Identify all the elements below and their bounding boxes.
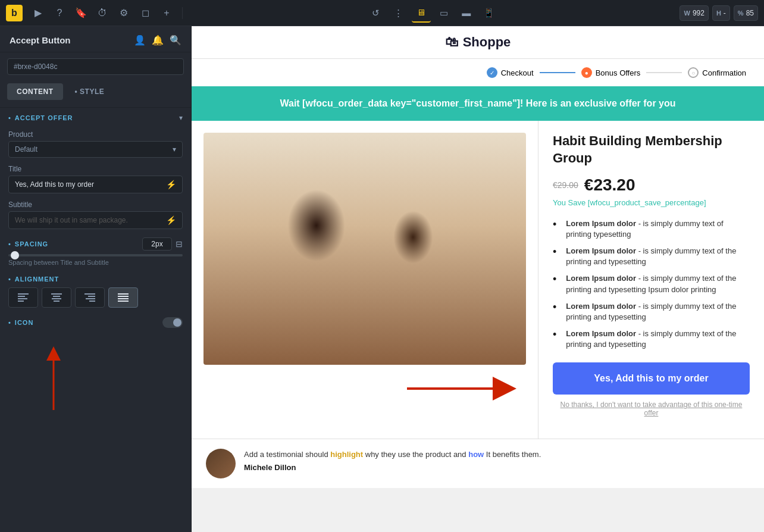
accept-offer-button[interactable]: Yes, Add this to my order (553, 362, 750, 395)
cursor-icon[interactable]: ▶ (30, 5, 46, 21)
more-btn[interactable]: ⋮ (389, 4, 408, 23)
bullet-list: Lorem Ipsum dolor - is simply dummy text… (553, 215, 750, 353)
confirmation-step-icon: ○ (688, 67, 699, 78)
width-field[interactable]: W 992 (680, 5, 708, 21)
mobile-view-btn[interactable]: 📱 (480, 4, 499, 23)
svg-rect-3 (18, 301, 24, 302)
shapes-icon[interactable]: ◻ (137, 5, 154, 21)
align-center-btn[interactable] (42, 287, 71, 308)
separator (182, 7, 183, 19)
width-label: W (684, 10, 690, 17)
chevron-down-icon: ▾ (173, 145, 176, 154)
spacing-slider[interactable] (8, 254, 183, 256)
product-select-value: Default (15, 145, 37, 154)
svg-rect-0 (18, 293, 29, 295)
bonus-step-icon: ● (581, 67, 592, 78)
arrow-container (203, 371, 526, 406)
price-new: €23.20 (584, 176, 635, 195)
user-icon[interactable]: 👤 (134, 35, 146, 46)
bookmark-icon[interactable]: 🔖 (73, 5, 89, 21)
history-icon[interactable]: ⏱ (94, 5, 111, 21)
spacing-hint: Spacing between Title and Subtitle (8, 259, 183, 266)
zoom-field[interactable]: % 85 (734, 5, 758, 21)
progress-line-1 (540, 72, 575, 73)
decline-link[interactable]: No thanks, I don't want to take advantag… (553, 400, 750, 417)
add-icon[interactable]: + (158, 5, 175, 21)
testimonial-text: Add a testimonial should highlight why t… (244, 449, 541, 461)
spacing-input[interactable]: 2px (142, 237, 172, 251)
align-justify-btn[interactable] (108, 287, 138, 308)
list-item: Lorem Ipsum dolor - is simply dummy text… (553, 243, 750, 270)
product-image-section (192, 121, 538, 439)
tab-content[interactable]: CONTENT (7, 83, 63, 100)
app-logo[interactable]: b (6, 5, 23, 21)
settings-small-icon[interactable]: 🔔 (152, 35, 164, 46)
svg-rect-6 (52, 298, 61, 299)
content-area: Habit Building Membership Group €29.00 €… (192, 121, 764, 439)
bullet-text-3: Lorem Ipsum dolor - is simply dummy text… (566, 273, 750, 295)
panel-header: Accept Button 👤 🔔 🔍 (0, 26, 191, 52)
svg-rect-15 (118, 301, 129, 302)
title-input[interactable]: Yes, Add this to my order ⚡ (8, 176, 183, 193)
height-value: - (724, 9, 726, 17)
checkout-step: ✓ Checkout (487, 67, 534, 78)
height-field[interactable]: H - (712, 5, 730, 21)
flash-icon[interactable]: ⚡ (166, 180, 176, 189)
flash-icon[interactable]: ⚡ (166, 215, 176, 225)
highlight-word: highlight (330, 450, 363, 459)
icon-toggle[interactable] (162, 317, 183, 328)
svg-rect-2 (18, 298, 27, 299)
settings-icon[interactable]: ⚙ (115, 5, 132, 21)
svg-rect-8 (84, 293, 95, 295)
svg-rect-4 (51, 293, 62, 295)
canvas-area: 🛍 Shoppe ✓ Checkout ● Bonus Offers ○ Con… (192, 26, 764, 532)
product-field-row: Product Default ▾ (0, 127, 191, 161)
tablet-view-btn[interactable]: ▬ (457, 4, 476, 23)
checkout-step-label: Checkout (501, 68, 534, 77)
slider-thumb[interactable] (11, 251, 19, 259)
panel-tabs: CONTENT STYLE (7, 83, 184, 100)
bonus-step: ● Bonus Offers (581, 67, 641, 78)
store-logo: 🛍 Shoppe (445, 35, 511, 50)
spacing-label: Spacing (8, 240, 48, 248)
main-layout: Accept Button 👤 🔔 🔍 #brxe-d0048c CONTENT… (0, 26, 764, 532)
price-save: You Save [wfocu_product_save_percentage] (553, 198, 750, 207)
desktop-view-btn[interactable]: 🖥 (412, 4, 431, 23)
confirmation-step-label: Confirmation (702, 68, 746, 77)
svg-rect-1 (18, 296, 25, 297)
spacing-row: Spacing 2px ⊟ Spacing between Title and … (0, 233, 191, 271)
price-old: €29.00 (553, 180, 578, 190)
product-select[interactable]: Default ▾ (8, 141, 183, 158)
accept-offer-title: ACCEPT OFFER (8, 114, 73, 121)
subtitle-input[interactable]: We will ship it out in same package. ⚡ (8, 211, 183, 229)
refresh-btn[interactable]: ↺ (367, 4, 386, 23)
subtitle-field-row: Subtitle We will ship it out in same pac… (0, 197, 191, 233)
zoom-label: % (738, 10, 744, 17)
tablet-wide-view-btn[interactable]: ▭ (434, 4, 453, 23)
width-value: 992 (693, 9, 704, 17)
reset-icon[interactable]: ⊟ (176, 239, 183, 249)
bullet-text-1: Lorem Ipsum dolor - is simply dummy text… (566, 218, 750, 240)
product-info-section: Habit Building Membership Group €29.00 €… (538, 121, 764, 439)
offer-banner: Wait [wfocu_order_data key="customer_fir… (192, 86, 764, 121)
testimonial-avatar (206, 449, 236, 478)
list-item: Lorem Ipsum dolor - is simply dummy text… (553, 298, 750, 326)
align-right-btn[interactable] (75, 287, 105, 308)
tab-style[interactable]: STYLE (65, 83, 114, 100)
checkout-step-icon: ✓ (487, 67, 497, 78)
subtitle-placeholder: We will ship it out in same package. (15, 216, 128, 224)
alignment-row: Alignment (0, 271, 191, 312)
help-icon[interactable]: ? (51, 5, 68, 21)
top-toolbar: b ▶ ? 🔖 ⏱ ⚙ ◻ + ↺ ⋮ 🖥 ▭ ▬ 📱 W 992 H - % … (0, 0, 764, 26)
list-item: Lorem Ipsum dolor - is simply dummy text… (553, 215, 750, 243)
alignment-label: Alignment (8, 276, 183, 283)
align-left-btn[interactable] (8, 287, 38, 308)
element-id-field: #brxe-d0048c (7, 58, 184, 75)
icon-label: Icon (8, 319, 33, 326)
accept-offer-section-header[interactable]: ACCEPT OFFER ▾ (0, 107, 191, 127)
svg-rect-9 (88, 296, 95, 297)
svg-rect-7 (54, 301, 60, 302)
store-logo-icon: 🛍 (445, 35, 458, 50)
red-arrow-2 (401, 371, 520, 406)
search-icon[interactable]: 🔍 (170, 35, 181, 46)
